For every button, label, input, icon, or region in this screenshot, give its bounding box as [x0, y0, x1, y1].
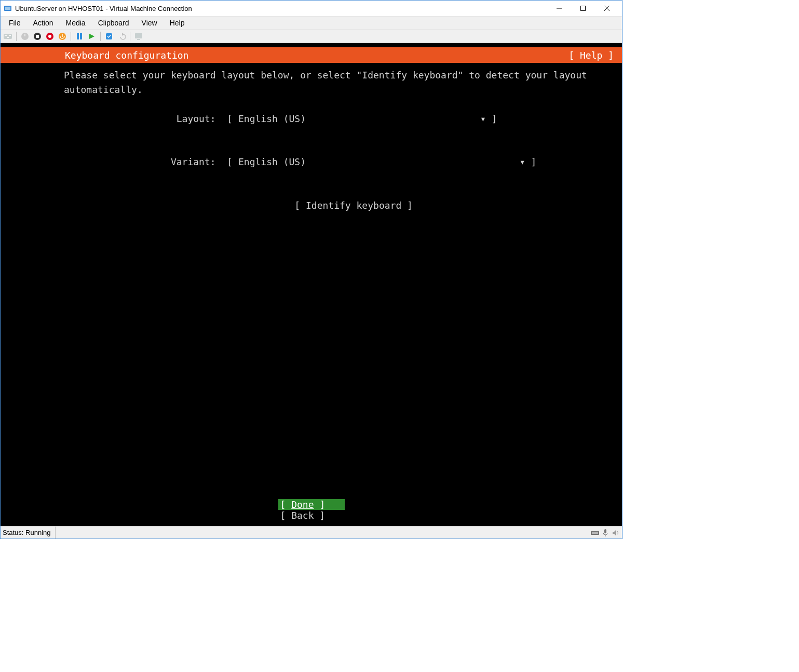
svg-rect-9 — [7, 37, 9, 38]
maximize-button[interactable] — [571, 1, 595, 16]
svg-rect-3 — [581, 6, 586, 11]
svg-rect-8 — [9, 35, 11, 36]
svg-point-15 — [48, 35, 51, 38]
toolbar — [1, 30, 622, 43]
help-button[interactable]: [ Help ] — [568, 50, 616, 61]
instruction-text: Please select your keyboard layout below… — [64, 70, 587, 95]
svg-marker-29 — [613, 530, 616, 536]
turnoff-icon[interactable] — [32, 31, 43, 42]
variant-dropdown[interactable]: [ English (US) ▾ ] — [227, 156, 536, 167]
svg-rect-23 — [135, 33, 142, 38]
close-button[interactable] — [595, 1, 619, 16]
svg-rect-7 — [5, 35, 7, 36]
menu-media[interactable]: Media — [59, 17, 91, 29]
enhanced-session-icon[interactable] — [133, 31, 144, 42]
revert-icon[interactable] — [116, 31, 127, 42]
svg-marker-20 — [89, 34, 94, 39]
menu-view[interactable]: View — [136, 17, 164, 29]
layout-label: Layout: — [177, 113, 216, 124]
done-button[interactable]: [ Done ] — [278, 499, 345, 510]
mic-status-icon — [601, 529, 610, 537]
identify-keyboard-button[interactable]: [ Identify keyboard ] — [294, 200, 413, 211]
svg-rect-26 — [592, 532, 598, 534]
installer-footer: [ Done ] [ Back ] — [1, 499, 622, 521]
minimize-button[interactable] — [547, 1, 571, 16]
app-icon — [4, 4, 12, 12]
start-icon[interactable] — [20, 31, 30, 42]
menu-bar: File Action Media Clipboard View Help — [1, 16, 622, 30]
layout-dropdown[interactable]: [ English (US) ▾ ] — [227, 113, 497, 124]
speaker-status-icon — [612, 529, 620, 537]
save-icon[interactable] — [57, 31, 67, 42]
svg-rect-18 — [77, 33, 79, 39]
status-bar: Status: Running — [1, 526, 622, 539]
status-text: Status: Running — [3, 527, 56, 539]
installer-title: Keyboard configuration — [7, 50, 188, 61]
window-title: UbuntuServer on HVHOST01 - Virtual Machi… — [15, 5, 192, 12]
menu-action[interactable]: Action — [27, 17, 60, 29]
svg-rect-19 — [80, 33, 82, 39]
back-button[interactable]: [ Back ] — [278, 510, 345, 521]
svg-rect-13 — [36, 35, 39, 38]
ctrl-alt-del-icon[interactable] — [3, 31, 13, 42]
reset-icon[interactable] — [87, 31, 97, 42]
checkpoint-icon[interactable] — [104, 31, 114, 42]
menu-help[interactable]: Help — [164, 17, 191, 29]
title-bar: UbuntuServer on HVHOST01 - Virtual Machi… — [1, 1, 622, 16]
svg-rect-1 — [5, 7, 10, 10]
installer-header: Keyboard configuration [ Help ] — [1, 47, 622, 63]
shutdown-icon[interactable] — [45, 31, 55, 42]
svg-marker-22 — [122, 33, 124, 36]
pause-icon[interactable] — [74, 31, 85, 42]
menu-clipboard[interactable]: Clipboard — [92, 17, 136, 29]
svg-rect-24 — [137, 39, 140, 40]
menu-file[interactable]: File — [3, 17, 27, 29]
svg-rect-27 — [604, 529, 606, 533]
keyboard-status-icon — [591, 529, 599, 537]
variant-label: Variant: — [171, 156, 216, 167]
vm-display[interactable]: Keyboard configuration [ Help ] Please s… — [1, 43, 622, 526]
window-controls — [547, 1, 619, 16]
installer-body: Please select your keyboard layout below… — [1, 63, 622, 213]
svg-rect-6 — [4, 34, 12, 39]
